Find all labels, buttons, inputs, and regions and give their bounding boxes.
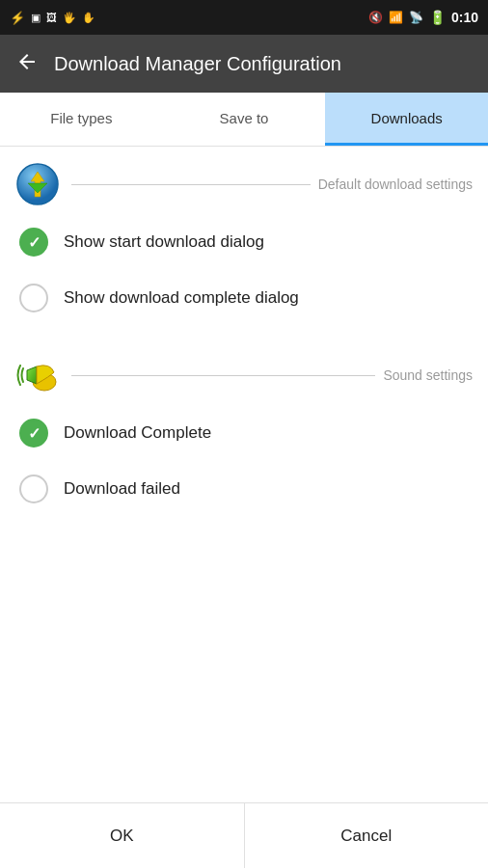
sound-icon [15,353,60,397]
hand-icon: 🖐 [63,12,76,24]
show-start-download-label: Show start download dialog [64,232,264,252]
back-button[interactable] [15,50,39,78]
bottom-bar: OK Cancel [0,802,488,868]
image-icon: 🖼 [46,12,57,23]
show-complete-download-label: Show download complete dialog [64,288,299,308]
tab-file-types[interactable]: File types [0,93,163,146]
download-complete-checkbox[interactable] [19,419,48,448]
tab-downloads[interactable]: Downloads [325,93,488,146]
nav-bar: Download Manager Configuration [0,35,488,93]
status-bar-left: ⚡ ▣ 🖼 🖐 ✋ [10,11,95,25]
section-line-2 [71,375,375,376]
status-bar: ⚡ ▣ 🖼 🖐 ✋ 🔇 📶 📡 🔋 0:10 [0,0,488,35]
mute-icon: 🔇 [368,11,383,24]
download-complete-item[interactable]: Download Complete [0,405,488,461]
wifi-icon: 📶 [389,11,403,24]
show-start-download-checkbox[interactable] [19,228,48,257]
sound-section-title-container: Sound settings [60,367,473,383]
notification-icon: ▣ [31,12,41,24]
sound-section-title: Sound settings [375,367,473,383]
battery-icon: 🔋 [429,10,446,25]
show-complete-download-item[interactable]: Show download complete dialog [0,270,488,326]
svg-marker-4 [27,366,37,384]
usb-icon: ⚡ [10,11,25,25]
download-failed-item[interactable]: Download failed [0,461,488,517]
default-download-section-header: Default download settings [0,147,488,214]
show-complete-download-checkbox[interactable] [19,284,48,312]
section-line-1 [71,184,311,185]
download-failed-label: Download failed [64,479,180,499]
download-manager-icon [15,162,60,206]
ok-button[interactable]: OK [0,803,245,868]
main-content: Default download settings Show start dow… [0,147,488,802]
sound-section-header: Sound settings [0,338,488,405]
hand2-icon: ✋ [82,12,95,24]
default-download-section-title-container: Default download settings [60,176,473,192]
tab-save-to[interactable]: Save to [163,93,326,146]
download-complete-label: Download Complete [64,423,211,443]
tab-bar: File types Save to Downloads [0,93,488,147]
signal-icon: 📡 [409,11,423,24]
show-start-download-item[interactable]: Show start download dialog [0,214,488,270]
default-download-section-title: Default download settings [311,176,473,192]
download-failed-checkbox[interactable] [19,475,48,503]
nav-title: Download Manager Configuration [54,53,341,75]
cancel-button[interactable]: Cancel [245,803,489,868]
status-time: 0:10 [451,10,478,25]
status-bar-right: 🔇 📶 📡 🔋 0:10 [368,10,478,25]
